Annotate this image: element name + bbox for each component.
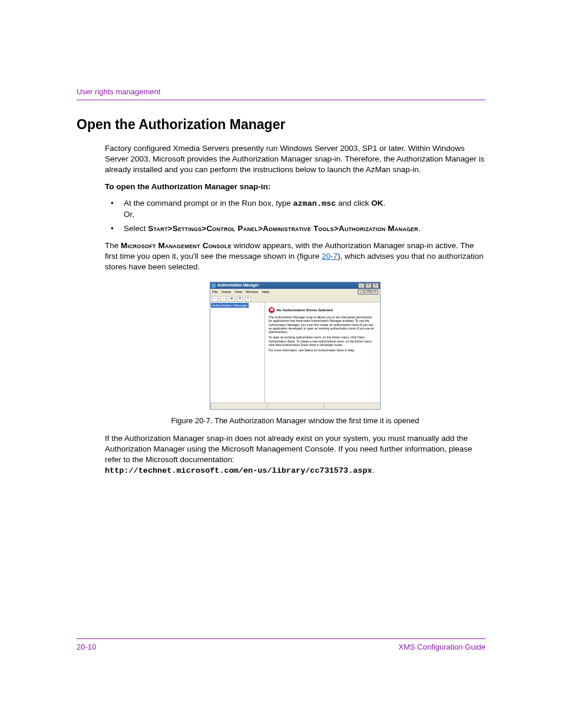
step1-command: azman.msc [293,199,336,208]
tree-pane: Authorization Manager [210,302,265,403]
step1-prefix: At the command prompt or in the Run box,… [124,199,293,207]
window-titlebar: Authorization Manager _ □ × [210,282,380,289]
menu-bar: File Action View Window Help _ ❐ × [210,289,380,295]
running-header: User rights management [77,87,485,96]
message-p3: For more information, see Select an Auth… [269,348,376,352]
header-rule [77,100,485,100]
status-bar [210,403,380,409]
maximize-button[interactable]: □ [365,283,372,288]
procedure-list: At the command prompt or in the Run box,… [105,198,485,235]
azman-screenshot: Authorization Manager _ □ × File Action … [210,282,381,410]
procedure-step-2: Select Start>Settings>Control Panel>Admi… [105,223,485,234]
step2-suffix: . [418,224,421,233]
step1-mid: and click [336,199,371,207]
post-figure-suffix: . [372,466,375,475]
body-content: Factory configured Xmedia Servers presen… [105,143,485,477]
child-restore-button[interactable]: ❐ [365,289,371,295]
result-mmc: Microsoft Management Console [121,241,232,250]
child-close-button[interactable]: × [372,289,378,295]
message-p1: The Authorization Manager snap-in allows… [269,315,376,334]
toolbar: ← → ⊞ ☰ ? [210,295,380,302]
help-button[interactable]: ? [245,296,251,302]
menu-window[interactable]: Window [246,289,258,295]
post-figure-text: If the Authorization Manager snap-in doe… [105,434,472,464]
close-button[interactable]: × [372,283,379,288]
figure-reference-link[interactable]: 20-7 [322,252,338,261]
doc-url: http://technet.microsoft.com/en-us/libra… [105,466,372,475]
properties-button[interactable]: ☰ [237,296,243,302]
app-icon [211,284,216,288]
page-number: 20-10 [77,643,96,651]
menu-file[interactable]: File [212,289,218,295]
result-pre: The [105,241,121,250]
step2-path: Start>Settings>Control Panel>Administrat… [148,224,418,233]
menu-help[interactable]: Help [262,289,269,295]
page: User rights management Open the Authoriz… [0,0,562,728]
window-buttons: _ □ × [358,283,379,288]
step1-suffix: . [384,199,386,207]
window-title: Authorization Manager [217,283,358,288]
child-minimize-button[interactable]: _ [358,289,364,295]
up-button[interactable]: ⊞ [229,296,234,302]
procedure-heading: To open the Authorization Manager snap-i… [105,182,485,192]
step1-or: Or, [124,209,485,220]
step1-ok: OK [371,199,383,207]
result-paragraph: The Microsoft Management Console window … [105,241,485,273]
step2-prefix: Select [124,224,148,233]
tree-root-item[interactable]: Authorization Manager [211,303,249,308]
back-button[interactable]: ← [212,296,218,302]
message-title: No Authorization Stores Selected [277,308,333,312]
doc-title: XMS Configuration Guide [399,643,485,651]
footer-rule [77,638,485,639]
error-icon: ✖ [269,307,275,313]
minimize-button[interactable]: _ [358,283,365,288]
page-footer: 20-10 XMS Configuration Guide [77,638,485,651]
intro-paragraph: Factory configured Xmedia Servers presen… [105,143,485,176]
menu-view[interactable]: View [234,289,242,295]
post-figure-paragraph: If the Authorization Manager snap-in doe… [105,433,485,477]
message-p2: To open an existing authorization store,… [269,335,376,347]
figure-caption: Figure 20-7. The Authorization Manager w… [105,416,485,426]
forward-button[interactable]: → [220,296,226,302]
procedure-step-1: At the command prompt or in the Run box,… [105,198,485,220]
content-area: Authorization Manager ✖ No Authorization… [210,302,380,403]
message-header: ✖ No Authorization Stores Selected [269,307,376,313]
figure-container: Authorization Manager _ □ × File Action … [105,282,485,426]
page-title: Open the Authorization Manager [77,117,485,133]
menu-action[interactable]: Action [222,289,232,295]
detail-pane: ✖ No Authorization Stores Selected The A… [265,302,380,403]
